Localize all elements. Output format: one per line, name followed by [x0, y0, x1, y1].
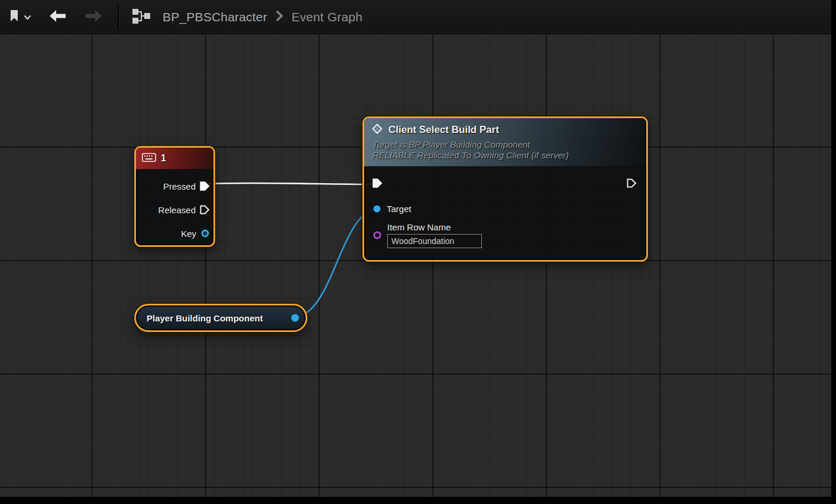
breadcrumb: BP_PBSCharacter Event Graph	[163, 10, 362, 24]
breadcrumb-chevron-icon	[276, 10, 283, 24]
function-node-title: Client Select Build Part	[388, 124, 499, 136]
function-node-body: Target Item Row Name	[364, 167, 646, 248]
released-pin-label: Released	[158, 205, 196, 215]
keyboard-event-node[interactable]: 1 Pressed Released Key	[134, 146, 215, 247]
keyboard-node-header: 1	[136, 148, 213, 170]
bookmark-icon	[9, 9, 19, 25]
target-object-pin[interactable]	[372, 204, 381, 213]
graph-toolbar: BP_PBSCharacter Event Graph	[0, 0, 836, 34]
exec-pin-row	[364, 170, 646, 196]
target-pin-label: Target	[387, 204, 411, 214]
variable-output-pin[interactable]	[290, 313, 300, 323]
back-arrow-icon	[49, 9, 67, 25]
keyboard-icon	[142, 153, 156, 164]
player-building-component-node[interactable]: Player Building Component	[134, 304, 307, 332]
variable-node-label: Player Building Component	[147, 313, 284, 323]
chevron-down-icon	[24, 12, 31, 22]
toolbar-separator	[118, 5, 119, 29]
released-pin-row: Released	[136, 198, 210, 222]
event-graph-canvas[interactable]	[0, 34, 831, 497]
target-pin-row: Target	[364, 196, 646, 221]
blueprint-editor: BP_PBSCharacter Event Graph	[0, 0, 836, 504]
keyboard-node-title: 1	[161, 153, 166, 164]
key-pin-row: Key	[136, 222, 210, 245]
item-row-name-block: Item Row Name	[364, 222, 646, 248]
item-row-name-label: Item Row Name	[387, 222, 482, 232]
window-edge-bottom	[0, 497, 836, 504]
exec-output-pin[interactable]	[627, 178, 637, 188]
pressed-pin-row: Pressed	[136, 174, 210, 198]
breadcrumb-blueprint[interactable]: BP_PBSCharacter	[163, 10, 267, 24]
graph-hierarchy-icon	[132, 8, 151, 27]
function-diamond-icon	[371, 123, 383, 137]
pressed-exec-pin[interactable]	[200, 181, 210, 191]
forward-button[interactable]	[85, 9, 102, 25]
function-node-subtitle-1: Target is BP Player Building Component	[372, 139, 639, 149]
keyboard-node-body: Pressed Released Key	[136, 170, 213, 245]
graph-hierarchy-button[interactable]	[132, 8, 151, 27]
back-button[interactable]	[49, 9, 67, 25]
item-row-name-pin[interactable]	[372, 230, 382, 240]
bookmarks-button[interactable]	[9, 9, 31, 25]
function-node-header: Client Select Build Part Target is BP Pl…	[364, 118, 646, 167]
function-node-subtitle-2: RELIABLE Replicated To Owning Client (if…	[372, 150, 639, 160]
released-exec-pin[interactable]	[200, 205, 210, 214]
forward-arrow-icon	[85, 9, 102, 25]
key-struct-pin[interactable]	[200, 229, 210, 238]
exec-input-pin[interactable]	[372, 178, 383, 188]
key-pin-label: Key	[181, 229, 196, 239]
breadcrumb-event-graph[interactable]: Event Graph	[291, 10, 362, 24]
item-row-name-input[interactable]	[387, 234, 482, 248]
pressed-pin-label: Pressed	[163, 181, 196, 191]
client-select-build-part-node[interactable]: Client Select Build Part Target is BP Pl…	[362, 116, 648, 262]
window-edge-right	[831, 0, 836, 504]
